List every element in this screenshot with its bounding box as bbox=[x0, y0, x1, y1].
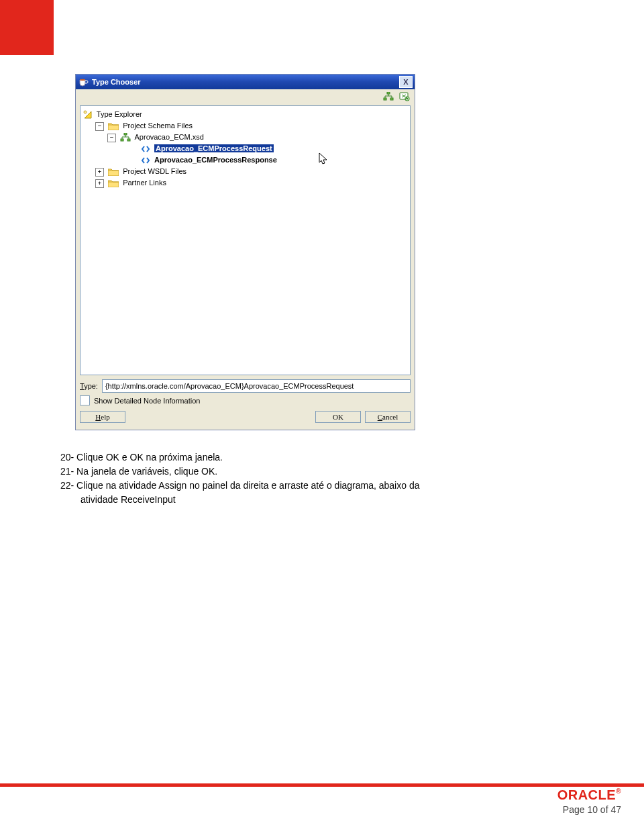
element-icon bbox=[141, 156, 150, 164]
tree-xsd-label: Aprovacao_ECM.xsd bbox=[135, 133, 204, 141]
app-icon bbox=[78, 77, 89, 87]
tree-request-element[interactable]: Aprovacao_ECMProcessRequest bbox=[83, 143, 407, 154]
dialog-toolbar bbox=[76, 89, 415, 104]
tree-schema-files-label: Project Schema Files bbox=[123, 122, 193, 130]
folder-icon bbox=[108, 179, 119, 187]
step-21: 21- Na janela de variáveis, clique OK. bbox=[60, 465, 564, 478]
footer: ORACLE® Page 10 of 47 bbox=[557, 787, 621, 815]
close-button[interactable]: X bbox=[399, 76, 413, 88]
brand-text: ORACLE bbox=[557, 787, 616, 802]
instruction-text: 20- Clique OK e OK na próxima janela. 21… bbox=[60, 451, 564, 508]
type-chooser-dialog: Type Chooser X Type Explorer − bbox=[75, 74, 415, 430]
footer-divider bbox=[0, 783, 644, 787]
type-tree[interactable]: Type Explorer − Project Schema Files − A… bbox=[83, 109, 407, 189]
ok-button[interactable]: OK bbox=[315, 411, 361, 423]
tree-schema-files[interactable]: − Project Schema Files bbox=[83, 120, 407, 132]
close-icon: X bbox=[403, 78, 408, 86]
folder-icon bbox=[108, 122, 119, 130]
element-icon bbox=[141, 145, 150, 153]
type-row: Type: {http://xmlns.oracle.com/Aprovacao… bbox=[80, 379, 411, 393]
expand-icon[interactable]: + bbox=[95, 179, 104, 188]
svg-rect-9 bbox=[127, 139, 130, 141]
collapse-icon[interactable]: − bbox=[107, 134, 116, 142]
tree-xsd[interactable]: − Aprovacao_ECM.xsd bbox=[83, 132, 407, 143]
type-label: Type: bbox=[80, 382, 98, 390]
tree-partner-links[interactable]: + Partner Links bbox=[83, 177, 407, 189]
checkbox-row[interactable]: Show Detailed Node Information bbox=[80, 395, 411, 405]
svg-rect-8 bbox=[121, 139, 123, 141]
tree-request-label: Aprovacao_ECMProcessRequest bbox=[154, 144, 274, 152]
page-number: Page 10 of 47 bbox=[557, 804, 621, 815]
svg-rect-1 bbox=[387, 92, 390, 94]
tree-root[interactable]: Type Explorer bbox=[83, 109, 407, 120]
svg-rect-2 bbox=[384, 98, 386, 100]
step-22b: atividade ReceiveInput bbox=[60, 493, 564, 506]
cursor-icon bbox=[319, 152, 328, 167]
type-field[interactable]: {http://xmlns.oracle.com/Aprovacao_ECM}A… bbox=[102, 379, 411, 393]
step-22a: 22- Clique na atividade Assign no painel… bbox=[60, 479, 564, 492]
checkbox-label: Show Detailed Node Information bbox=[94, 397, 200, 405]
step-20: 20- Clique OK e OK na próxima janela. bbox=[60, 451, 564, 464]
schema-tool-icon[interactable] bbox=[382, 91, 394, 102]
folder-icon bbox=[108, 168, 119, 176]
oracle-logo: ORACLE® bbox=[557, 787, 621, 803]
checkbox[interactable] bbox=[80, 395, 90, 405]
tree-wsdl-label: Project WSDL Files bbox=[123, 167, 186, 175]
help-button[interactable]: Help bbox=[80, 411, 125, 423]
svg-point-0 bbox=[80, 79, 85, 81]
tree-wsdl-files[interactable]: + Project WSDL Files bbox=[83, 166, 407, 177]
svg-rect-3 bbox=[390, 98, 393, 100]
tree-response-element[interactable]: Aprovacao_ECMProcessResponse bbox=[83, 154, 407, 166]
tree-panel: Type Explorer − Project Schema Files − A… bbox=[80, 105, 411, 375]
dialog-title: Type Chooser bbox=[92, 78, 141, 86]
schema-file-icon bbox=[120, 133, 131, 142]
registered-icon: ® bbox=[616, 787, 621, 795]
cancel-button[interactable]: Cancel bbox=[365, 411, 411, 423]
svg-rect-7 bbox=[124, 133, 127, 135]
tree-root-label: Type Explorer bbox=[97, 110, 142, 118]
refresh-tool-icon[interactable] bbox=[398, 91, 411, 102]
collapse-icon[interactable]: − bbox=[95, 122, 104, 131]
explorer-icon bbox=[83, 110, 93, 119]
expand-icon[interactable]: + bbox=[95, 168, 104, 177]
svg-point-6 bbox=[84, 111, 87, 113]
tree-partner-label: Partner Links bbox=[123, 179, 166, 187]
brand-corner bbox=[0, 0, 54, 55]
tree-response-label: Aprovacao_ECMProcessResponse bbox=[154, 156, 277, 164]
titlebar: Type Chooser X bbox=[76, 75, 415, 89]
